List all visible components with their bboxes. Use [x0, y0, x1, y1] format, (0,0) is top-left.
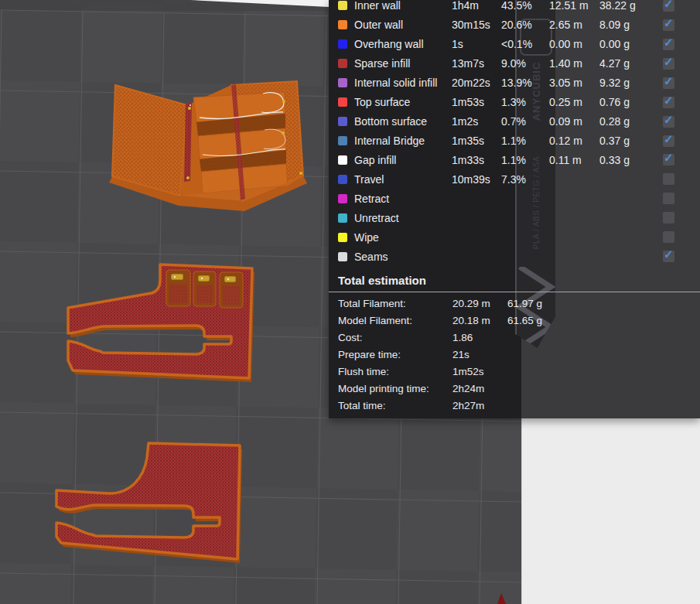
legend-row: Unretract [329, 208, 700, 227]
legend-row: Retract [329, 189, 700, 208]
feature-color-swatch [338, 78, 347, 87]
feature-visibility-checkbox[interactable]: ✓ [663, 154, 674, 166]
total-row: Cost:1.86 [329, 329, 700, 346]
checkmark-icon: ✓ [664, 132, 674, 146]
feature-color-swatch [338, 117, 347, 126]
total-row: Model printing time:2h24m [329, 380, 700, 397]
feature-color-swatch [338, 213, 347, 223]
checkmark-icon: ✓ [664, 74, 674, 88]
checkmark-icon: ✓ [664, 36, 674, 49]
feature-time: 1m2s [452, 115, 501, 128]
print-statistics-panel: ANYCUBIC PLA / ABS / PETG / ASA Inner wa… [329, 0, 700, 418]
checkmark-icon: ✓ [664, 0, 674, 11]
feature-visibility-checkbox[interactable] [663, 173, 674, 185]
checkmark-icon: ✓ [664, 55, 674, 69]
total-label: Cost: [338, 332, 452, 343]
total-estimation-table: Total Filament:20.29 m61.97 gModel Filam… [329, 295, 700, 414]
feature-length: 1.40 m [549, 57, 599, 70]
feature-visibility-checkbox[interactable] [663, 212, 674, 224]
feature-percent: 0.7% [501, 115, 549, 128]
feature-color-swatch [338, 1, 347, 10]
feature-percent: <0.1% [501, 38, 549, 50]
feature-label: Sparse infill [354, 57, 452, 70]
feature-visibility-checkbox[interactable]: ✓ [663, 0, 674, 12]
feature-label: Seams [354, 251, 452, 263]
feature-length: 3.05 m [549, 77, 599, 89]
feature-label: Top surface [354, 96, 452, 108]
feature-visibility-checkbox[interactable]: ✓ [663, 39, 674, 50]
checkmark-icon: ✓ [664, 247, 674, 261]
feature-visibility-checkbox[interactable]: ✓ [663, 58, 674, 70]
feature-color-swatch [338, 194, 347, 203]
feature-length: 0.25 m [549, 96, 599, 108]
checkmark-icon: ✓ [664, 16, 674, 30]
feature-color-swatch [338, 252, 347, 261]
feature-length: 0.09 m [549, 115, 599, 128]
feature-visibility-checkbox[interactable]: ✓ [663, 19, 674, 31]
feature-percent: 43.5% [501, 0, 549, 12]
feature-visibility-checkbox[interactable]: ✓ [663, 251, 674, 262]
total-label: Total Filament: [338, 298, 452, 309]
feature-color-swatch [338, 97, 347, 107]
feature-percent: 1.1% [501, 154, 549, 166]
feature-percent: 7.3% [501, 173, 549, 186]
total-label: Model Filament: [338, 315, 452, 326]
model-bracket-top[interactable] [109, 81, 307, 211]
total-row: Model Filament:20.18 m61.65 g [329, 312, 700, 329]
total-value: 1m52s [452, 366, 507, 377]
total-label: Total time: [338, 400, 452, 411]
total-row: Flush time:1m52s [329, 363, 700, 380]
feature-length: 2.65 m [549, 19, 599, 31]
separator-line [329, 292, 700, 292]
total-estimation-title: Total estimation [338, 274, 426, 287]
feature-weight: 0.00 g [599, 38, 663, 50]
feature-time: 30m15s [452, 19, 501, 31]
feature-label: Internal Bridge [354, 135, 452, 147]
feature-label: Gap infill [354, 154, 452, 166]
total-value2: 61.65 g [507, 315, 700, 326]
legend-row: Overhang wall1s<0.1%0.00 m0.00 g✓ [329, 35, 700, 54]
feature-weight: 0.37 g [599, 135, 663, 147]
total-label: Prepare time: [338, 349, 452, 360]
feature-visibility-checkbox[interactable]: ✓ [663, 77, 674, 89]
total-value: 1.86 [452, 332, 507, 343]
feature-color-swatch [338, 136, 347, 145]
feature-visibility-checkbox[interactable] [663, 231, 674, 243]
checkmark-icon: ✓ [664, 94, 674, 107]
total-row: Total time:2h27m [329, 397, 700, 414]
feature-weight: 0.28 g [599, 115, 663, 128]
legend-row: Internal Bridge1m35s1.1%0.12 m0.37 g✓ [329, 131, 700, 151]
feature-label: Outer wall [354, 19, 452, 31]
feature-time: 1m53s [452, 96, 501, 108]
feature-label: Bottom surface [354, 115, 452, 128]
model-plate-middle[interactable] [68, 264, 254, 382]
feature-visibility-checkbox[interactable]: ✓ [663, 116, 674, 128]
total-row: Total Filament:20.29 m61.97 g [329, 295, 700, 312]
total-row: Prepare time:21s [329, 346, 700, 363]
feature-time: 13m7s [452, 57, 501, 70]
legend-row: Bottom surface1m2s0.7%0.09 m0.28 g✓ [329, 112, 700, 131]
feature-length: 0.00 m [549, 38, 599, 50]
legend-row: Top surface1m53s1.3%0.25 m0.76 g✓ [329, 93, 700, 112]
feature-visibility-checkbox[interactable] [663, 193, 674, 204]
feature-label: Internal solid infill [354, 77, 452, 89]
feature-time: 1m35s [452, 135, 501, 147]
feature-weight: 4.27 g [599, 57, 663, 70]
feature-weight: 0.33 g [599, 154, 663, 166]
feature-weight: 38.22 g [599, 0, 663, 12]
feature-weight: 9.32 g [599, 77, 663, 89]
feature-color-swatch [338, 175, 347, 184]
legend-row: Seams✓ [329, 247, 700, 266]
feature-percent: 1.1% [501, 135, 549, 147]
feature-label: Retract [354, 193, 452, 205]
feature-visibility-checkbox[interactable]: ✓ [663, 97, 674, 108]
legend-row: Internal solid infill20m22s13.9%3.05 m9.… [329, 73, 700, 93]
legend-row: Inner wall1h4m43.5%12.51 m38.22 g✓ [329, 0, 700, 15]
checkmark-icon: ✓ [664, 113, 674, 127]
legend-row: Sparse infill13m7s9.0%1.40 m4.27 g✓ [329, 54, 700, 73]
model-plate-bottom[interactable] [56, 443, 242, 563]
feature-visibility-checkbox[interactable]: ✓ [663, 135, 674, 147]
total-value: 20.18 m [452, 315, 507, 326]
slicer-preview-screen: ANYCUBIC PLA / ABS / PETG / ASA Inner wa… [0, 0, 700, 604]
total-value: 20.29 m [452, 298, 507, 309]
